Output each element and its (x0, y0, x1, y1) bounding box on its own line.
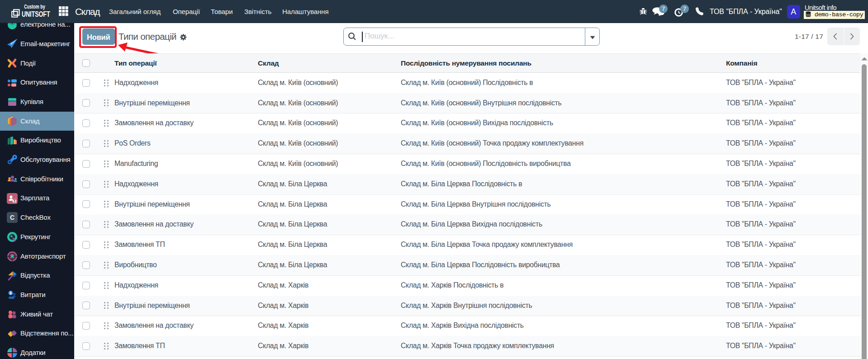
svg-text:$: $ (9, 291, 12, 295)
svg-text:5: 5 (14, 199, 15, 203)
svg-text:C: C (10, 214, 14, 221)
